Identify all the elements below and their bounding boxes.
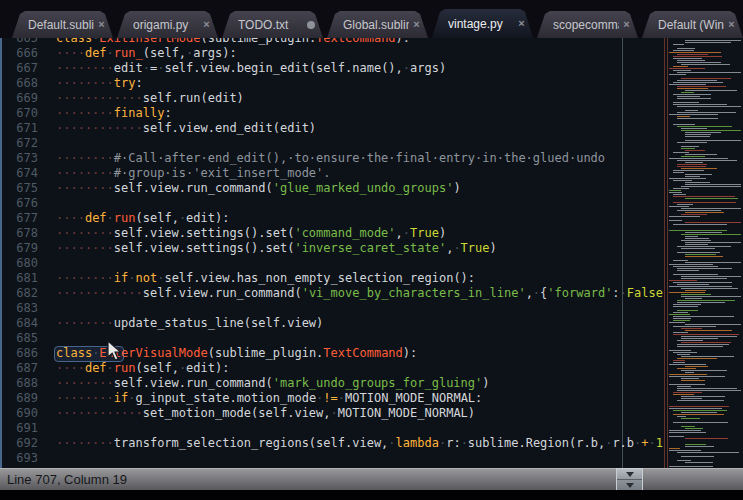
scroll-down-stepper[interactable] (617, 480, 642, 490)
minimap[interactable] (663, 38, 743, 468)
minimap-row (673, 318, 691, 319)
code-line: 690············set_motion_mode(self.view… (2, 406, 663, 421)
tab-label: scopecommands (553, 18, 619, 32)
line-number: 674 (2, 166, 38, 181)
minimap-row (677, 54, 708, 55)
tab-scopecommands[interactable]: scopecommands× (537, 11, 638, 38)
close-icon[interactable]: × (725, 18, 738, 31)
minimap-row (673, 316, 734, 317)
tab-vintage-py[interactable]: vintage.py× (432, 9, 533, 38)
minimap-row (677, 80, 717, 81)
minimap-row (685, 134, 711, 135)
minimap-row (663, 258, 743, 259)
minimap-row (685, 198, 738, 199)
minimap-row (685, 232, 722, 233)
line-number: 671 (2, 121, 38, 136)
minimap-row (681, 240, 711, 241)
minimap-row (673, 152, 689, 153)
code-line: 685 (2, 331, 663, 346)
minimap-row (685, 438, 728, 439)
minimap-row (677, 126, 732, 127)
minimap-row (669, 84, 706, 85)
minimap-row (673, 70, 691, 71)
code-line: 693 (2, 451, 663, 466)
minimap-row (669, 384, 705, 385)
minimap-row (673, 414, 724, 415)
line-text: ········try: (38, 76, 143, 91)
minimap-row (685, 182, 710, 183)
line-text (38, 136, 56, 151)
minimap-row (677, 160, 737, 161)
close-icon[interactable]: × (95, 18, 108, 31)
minimap-row (669, 192, 682, 193)
minimap-row (681, 146, 699, 147)
minimap-row (663, 424, 743, 425)
minimap-row (673, 352, 697, 353)
minimap-row (685, 174, 712, 175)
minimap-row (677, 268, 732, 269)
tab-label: TODO.txt (238, 18, 304, 32)
minimap-row (663, 382, 743, 383)
minimap-row (681, 148, 695, 149)
close-icon[interactable]: × (410, 18, 423, 31)
tab-global-sublime[interactable]: Global.sublime× (327, 11, 428, 38)
tab-bar: Default.sublime×origami.py×TODO.txtGloba… (0, 0, 743, 38)
minimap-row (673, 394, 694, 395)
modified-dot-icon[interactable] (307, 21, 315, 29)
tab-todo-txt[interactable]: TODO.txt (222, 11, 323, 38)
minimap-row (681, 234, 741, 235)
minimap-row (685, 244, 708, 245)
code-line: 675········self.view.run_command('glue_m… (2, 181, 663, 196)
minimap-row (681, 288, 738, 289)
line-number: 675 (2, 181, 38, 196)
minimap-row (669, 466, 713, 467)
minimap-row (669, 280, 697, 281)
minimap-row (685, 462, 713, 463)
close-icon[interactable]: × (515, 17, 528, 30)
code-line: 686class·EnterVisualMode(sublime_plugin.… (2, 346, 663, 361)
minimap-row (677, 118, 718, 119)
close-icon[interactable]: × (620, 18, 633, 31)
code-line: 674········#·group·is·'exit_insert_mode'… (2, 166, 663, 181)
code-editor[interactable]: 665class·ExitInsertMode(sublime_plugin.T… (0, 38, 663, 468)
line-number: 676 (2, 196, 38, 211)
line-number: 685 (2, 331, 38, 346)
tab-default-windo[interactable]: Default (Windo× (642, 11, 743, 38)
minimap-row (681, 64, 730, 65)
minimap-row (663, 454, 743, 455)
minimap-row (681, 370, 727, 371)
minimap-row (669, 376, 725, 377)
minimap-row (669, 436, 684, 437)
minimap-row (677, 48, 695, 49)
minimap-row (669, 74, 686, 75)
minimap-row (663, 308, 743, 309)
minimap-row (685, 154, 717, 155)
minimap-row (663, 108, 743, 109)
minimap-row (663, 226, 743, 227)
minimap-indent-guide (664, 38, 665, 468)
minimap-row (673, 194, 686, 195)
minimap-row (673, 362, 685, 363)
line-text: class·EnterVisualMode(sublime_plugin.Tex… (38, 346, 417, 361)
tab-default-sublime[interactable]: Default.sublime× (12, 11, 113, 38)
minimap-row (677, 270, 699, 271)
code-line: 681········if·not·self.view.has_non_empt… (2, 271, 663, 286)
minimap-row (663, 144, 743, 145)
scrollbar-steppers[interactable] (616, 468, 643, 490)
line-number: 681 (2, 271, 38, 286)
minimap-row (685, 136, 710, 137)
minimap-row (669, 68, 705, 69)
minimap-row (663, 434, 743, 435)
minimap-row (669, 216, 700, 217)
minimap-row (685, 262, 741, 263)
minimap-row (681, 296, 741, 297)
tab-origami-py[interactable]: origami.py× (117, 11, 218, 38)
line-text (38, 451, 56, 466)
code-line: 682············self.view.run_command('vi… (2, 286, 663, 301)
line-number: 669 (2, 91, 38, 106)
code-line: 665class·ExitInsertMode(sublime_plugin.T… (2, 38, 663, 46)
tab-label: vintage.py (448, 17, 514, 31)
minimap-row (669, 158, 728, 159)
close-icon[interactable]: × (200, 18, 213, 31)
scroll-up-stepper[interactable] (617, 469, 642, 480)
